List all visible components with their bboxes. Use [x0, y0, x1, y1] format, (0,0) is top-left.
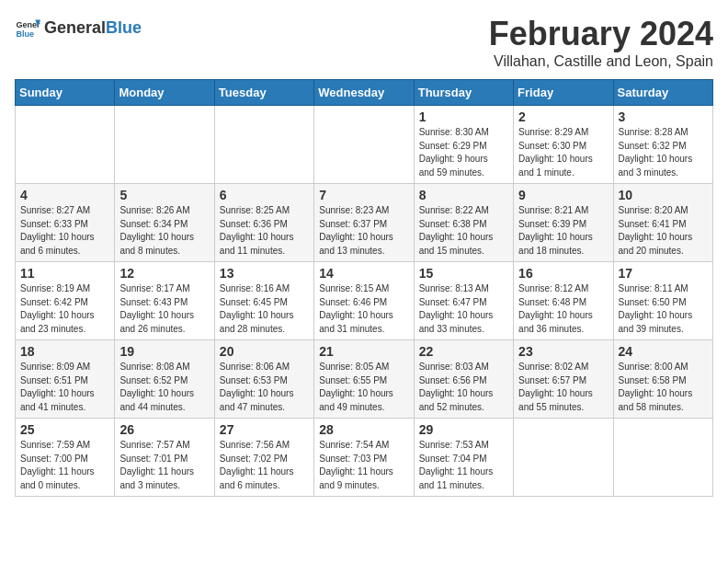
- header-tuesday: Tuesday: [214, 80, 313, 106]
- calendar-cell: 4Sunrise: 8:27 AM Sunset: 6:33 PM Daylig…: [16, 184, 115, 262]
- logo: General Blue GeneralBlue: [15, 15, 142, 40]
- day-number: 3: [619, 109, 708, 124]
- day-number: 9: [518, 188, 608, 202]
- day-info: Sunrise: 8:19 AM Sunset: 6:42 PM Dayligh…: [20, 282, 109, 336]
- day-info: Sunrise: 8:06 AM Sunset: 6:53 PM Dayligh…: [220, 361, 309, 414]
- day-number: 26: [119, 422, 209, 437]
- title-area: February 2024 Villahan, Castille and Leo…: [489, 15, 713, 70]
- day-info: Sunrise: 8:16 AM Sunset: 6:45 PM Dayligh…: [220, 282, 309, 336]
- calendar-cell: 6Sunrise: 8:25 AM Sunset: 6:36 PM Daylig…: [214, 184, 313, 262]
- calendar-cell: 8Sunrise: 8:22 AM Sunset: 6:38 PM Daylig…: [414, 184, 513, 262]
- day-number: 27: [220, 422, 309, 437]
- calendar-cell: [613, 419, 712, 497]
- day-info: Sunrise: 8:22 AM Sunset: 6:38 PM Dayligh…: [419, 204, 508, 258]
- calendar-cell: [16, 106, 115, 184]
- day-info: Sunrise: 8:26 AM Sunset: 6:34 PM Dayligh…: [119, 204, 209, 258]
- day-number: 23: [518, 344, 608, 359]
- day-info: Sunrise: 8:08 AM Sunset: 6:52 PM Dayligh…: [119, 361, 209, 414]
- day-number: 4: [20, 188, 109, 202]
- calendar-cell: 11Sunrise: 8:19 AM Sunset: 6:42 PM Dayli…: [16, 262, 115, 340]
- day-number: 17: [619, 266, 708, 281]
- calendar-cell: 10Sunrise: 8:20 AM Sunset: 6:41 PM Dayli…: [613, 184, 712, 262]
- day-info: Sunrise: 8:21 AM Sunset: 6:39 PM Dayligh…: [518, 204, 608, 258]
- day-number: 19: [119, 344, 209, 359]
- calendar-cell: [115, 106, 214, 184]
- calendar-cell: 27Sunrise: 7:56 AM Sunset: 7:02 PM Dayli…: [214, 419, 313, 497]
- day-number: 8: [419, 188, 508, 202]
- calendar-cell: 2Sunrise: 8:29 AM Sunset: 6:30 PM Daylig…: [514, 106, 613, 184]
- calendar-table: SundayMondayTuesdayWednesdayThursdayFrid…: [15, 79, 713, 497]
- day-number: 11: [20, 266, 109, 281]
- day-info: Sunrise: 8:03 AM Sunset: 6:56 PM Dayligh…: [419, 361, 508, 414]
- day-info: Sunrise: 7:54 AM Sunset: 7:03 PM Dayligh…: [319, 439, 408, 492]
- day-info: Sunrise: 8:27 AM Sunset: 6:33 PM Dayligh…: [20, 204, 109, 258]
- day-number: 15: [419, 266, 508, 281]
- day-number: 18: [20, 344, 109, 359]
- day-number: 14: [319, 266, 408, 281]
- day-info: Sunrise: 8:20 AM Sunset: 6:41 PM Dayligh…: [619, 204, 708, 258]
- logo-blue: Blue: [106, 18, 142, 38]
- day-info: Sunrise: 7:57 AM Sunset: 7:01 PM Dayligh…: [119, 439, 209, 492]
- svg-text:Blue: Blue: [16, 29, 34, 39]
- day-info: Sunrise: 8:00 AM Sunset: 6:58 PM Dayligh…: [619, 361, 708, 414]
- week-row-2: 11Sunrise: 8:19 AM Sunset: 6:42 PM Dayli…: [16, 262, 713, 340]
- calendar-cell: 24Sunrise: 8:00 AM Sunset: 6:58 PM Dayli…: [613, 340, 712, 419]
- day-number: 25: [20, 422, 109, 437]
- week-row-1: 4Sunrise: 8:27 AM Sunset: 6:33 PM Daylig…: [16, 184, 713, 262]
- calendar-cell: 22Sunrise: 8:03 AM Sunset: 6:56 PM Dayli…: [414, 340, 513, 419]
- header-friday: Friday: [514, 80, 613, 106]
- day-number: 10: [619, 188, 708, 202]
- day-info: Sunrise: 7:59 AM Sunset: 7:00 PM Dayligh…: [20, 439, 109, 492]
- day-number: 2: [518, 109, 608, 124]
- calendar-cell: 18Sunrise: 8:09 AM Sunset: 6:51 PM Dayli…: [16, 340, 115, 419]
- calendar-cell: [314, 106, 414, 184]
- week-row-0: 1Sunrise: 8:30 AM Sunset: 6:29 PM Daylig…: [16, 106, 713, 184]
- header-sunday: Sunday: [16, 80, 115, 106]
- day-info: Sunrise: 8:15 AM Sunset: 6:46 PM Dayligh…: [319, 282, 408, 336]
- day-info: Sunrise: 8:17 AM Sunset: 6:43 PM Dayligh…: [119, 282, 209, 336]
- calendar-cell: 23Sunrise: 8:02 AM Sunset: 6:57 PM Dayli…: [514, 340, 613, 419]
- week-row-4: 25Sunrise: 7:59 AM Sunset: 7:00 PM Dayli…: [16, 419, 713, 497]
- logo-general: General: [44, 18, 106, 38]
- calendar-cell: [514, 419, 613, 497]
- day-number: 16: [518, 266, 608, 281]
- header-monday: Monday: [115, 80, 214, 106]
- day-number: 7: [319, 188, 408, 202]
- day-number: 22: [419, 344, 508, 359]
- day-number: 29: [419, 422, 508, 437]
- header-wednesday: Wednesday: [314, 80, 414, 106]
- day-info: Sunrise: 8:11 AM Sunset: 6:50 PM Dayligh…: [619, 282, 708, 336]
- day-number: 13: [220, 266, 309, 281]
- calendar-cell: [214, 106, 313, 184]
- day-info: Sunrise: 7:53 AM Sunset: 7:04 PM Dayligh…: [419, 439, 508, 492]
- calendar-cell: 29Sunrise: 7:53 AM Sunset: 7:04 PM Dayli…: [414, 419, 513, 497]
- calendar-cell: 21Sunrise: 8:05 AM Sunset: 6:55 PM Dayli…: [314, 340, 414, 419]
- calendar-cell: 28Sunrise: 7:54 AM Sunset: 7:03 PM Dayli…: [314, 419, 414, 497]
- day-number: 28: [319, 422, 408, 437]
- calendar-cell: 9Sunrise: 8:21 AM Sunset: 6:39 PM Daylig…: [514, 184, 613, 262]
- day-info: Sunrise: 8:02 AM Sunset: 6:57 PM Dayligh…: [518, 361, 608, 414]
- calendar-cell: 5Sunrise: 8:26 AM Sunset: 6:34 PM Daylig…: [115, 184, 214, 262]
- calendar-cell: 25Sunrise: 7:59 AM Sunset: 7:00 PM Dayli…: [16, 419, 115, 497]
- day-info: Sunrise: 8:29 AM Sunset: 6:30 PM Dayligh…: [518, 126, 608, 179]
- calendar-cell: 17Sunrise: 8:11 AM Sunset: 6:50 PM Dayli…: [613, 262, 712, 340]
- day-info: Sunrise: 8:05 AM Sunset: 6:55 PM Dayligh…: [319, 361, 408, 414]
- day-info: Sunrise: 8:09 AM Sunset: 6:51 PM Dayligh…: [20, 361, 109, 414]
- calendar-cell: 20Sunrise: 8:06 AM Sunset: 6:53 PM Dayli…: [214, 340, 313, 419]
- week-row-3: 18Sunrise: 8:09 AM Sunset: 6:51 PM Dayli…: [16, 340, 713, 419]
- day-info: Sunrise: 8:28 AM Sunset: 6:32 PM Dayligh…: [619, 126, 708, 179]
- day-number: 1: [419, 109, 508, 124]
- day-number: 20: [220, 344, 309, 359]
- calendar-cell: 7Sunrise: 8:23 AM Sunset: 6:37 PM Daylig…: [314, 184, 414, 262]
- day-number: 6: [220, 188, 309, 202]
- calendar-cell: 14Sunrise: 8:15 AM Sunset: 6:46 PM Dayli…: [314, 262, 414, 340]
- day-info: Sunrise: 8:23 AM Sunset: 6:37 PM Dayligh…: [319, 204, 408, 258]
- calendar-cell: 26Sunrise: 7:57 AM Sunset: 7:01 PM Dayli…: [115, 419, 214, 497]
- header: General Blue GeneralBlue February 2024 V…: [15, 15, 713, 70]
- calendar-cell: 13Sunrise: 8:16 AM Sunset: 6:45 PM Dayli…: [214, 262, 313, 340]
- location-title: Villahan, Castille and Leon, Spain: [489, 53, 713, 70]
- calendar-header-row: SundayMondayTuesdayWednesdayThursdayFrid…: [16, 80, 713, 106]
- month-title: February 2024: [489, 15, 713, 53]
- calendar-cell: 1Sunrise: 8:30 AM Sunset: 6:29 PM Daylig…: [414, 106, 513, 184]
- day-info: Sunrise: 8:25 AM Sunset: 6:36 PM Dayligh…: [220, 204, 309, 258]
